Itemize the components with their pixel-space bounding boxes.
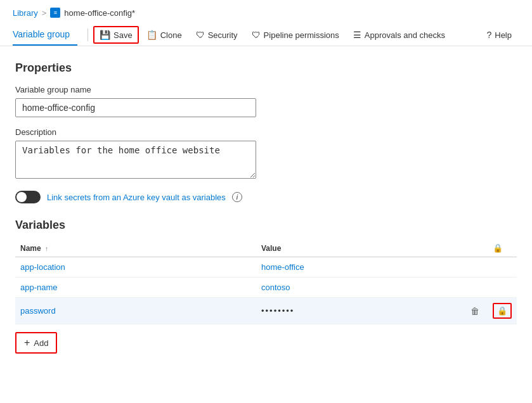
clone-icon: 📋 — [146, 30, 157, 40]
table-row: password •••••••• 🗑 🔒 — [15, 298, 517, 324]
col-header-name: Name ↑ — [15, 240, 256, 257]
keyvault-toggle-row: Link secrets from an Azure key vault as … — [15, 191, 517, 203]
table-row: app-location home-office — [15, 257, 517, 278]
lock-icon: 🔒 — [497, 306, 507, 316]
lock-button[interactable]: 🔒 — [493, 303, 512, 319]
var-value-masked: •••••••• — [261, 306, 294, 316]
variables-table: Name ↑ Value 🔒 app-location home-office … — [15, 240, 517, 324]
breadcrumb: Library > ≡ home-office-config* — [0, 0, 532, 22]
keyvault-info-icon[interactable]: i — [232, 192, 242, 202]
col-header-delete — [462, 240, 488, 257]
lock-header-icon: 🔒 — [493, 243, 503, 253]
variable-group-name-group: Variable group name — [15, 85, 517, 117]
sort-icon: ↑ — [45, 245, 48, 252]
save-button[interactable]: 💾 Save — [93, 26, 139, 44]
variables-title: Variables — [15, 219, 517, 232]
clone-button[interactable]: 📋 Clone — [140, 26, 188, 44]
col-header-value: Value — [256, 240, 462, 257]
var-name-link[interactable]: app-name — [20, 283, 58, 292]
variable-group-name-label: Variable group name — [15, 85, 517, 94]
save-label: Save — [114, 30, 133, 40]
approvals-button[interactable]: ☰ Approvals and checks — [347, 26, 451, 44]
help-button[interactable]: ? Help — [480, 26, 518, 44]
tab-variable-group[interactable]: Variable group — [13, 24, 77, 46]
var-name-link[interactable]: password — [20, 306, 56, 316]
description-input[interactable]: Variables for the home office website — [15, 141, 256, 179]
description-group: Description Variables for the home offic… — [15, 127, 517, 181]
breadcrumb-icon: ≡ — [50, 8, 60, 18]
save-icon: 💾 — [100, 30, 110, 40]
approvals-label: Approvals and checks — [365, 30, 445, 40]
properties-title: Properties — [15, 61, 517, 75]
toolbar: Variable group 💾 Save 📋 Clone 🛡 Security… — [0, 22, 532, 46]
var-value: contoso — [261, 283, 290, 292]
shield-icon: 🛡 — [196, 30, 205, 40]
var-value: home-office — [261, 262, 304, 272]
approvals-icon: ☰ — [353, 30, 361, 40]
delete-icon[interactable]: 🗑 — [470, 306, 479, 316]
add-button[interactable]: + Add — [15, 332, 57, 354]
pipeline-permissions-button[interactable]: 🛡 Pipeline permissions — [245, 26, 346, 44]
help-label: Help — [495, 30, 512, 40]
var-name-link[interactable]: app-location — [20, 262, 65, 272]
keyvault-toggle-label[interactable]: Link secrets from an Azure key vault as … — [47, 193, 226, 202]
breadcrumb-separator: > — [42, 8, 47, 18]
breadcrumb-current: home-office-config* — [64, 8, 135, 18]
col-header-lock: 🔒 — [488, 240, 517, 257]
pipeline-permissions-label: Pipeline permissions — [264, 30, 339, 40]
description-label: Description — [15, 127, 517, 137]
library-link[interactable]: Library — [13, 8, 38, 18]
variable-group-name-input[interactable] — [15, 98, 256, 117]
security-label: Security — [208, 30, 238, 40]
pipeline-icon: 🛡 — [252, 30, 261, 40]
add-plus-icon: + — [24, 337, 30, 349]
help-icon: ? — [486, 30, 491, 40]
add-label: Add — [34, 338, 48, 348]
security-button[interactable]: 🛡 Security — [190, 26, 244, 44]
toolbar-divider — [88, 29, 88, 41]
keyvault-toggle[interactable] — [15, 191, 41, 203]
clone-label: Clone — [160, 30, 182, 40]
table-row: app-name contoso — [15, 278, 517, 298]
